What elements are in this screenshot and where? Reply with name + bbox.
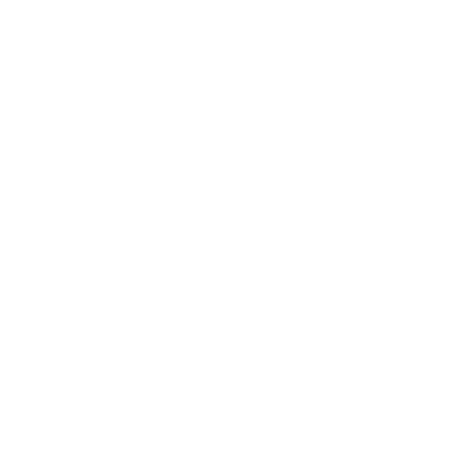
plot-background [0,0,476,476]
bottleneck-chart [0,0,476,476]
chart-stage [0,0,476,476]
